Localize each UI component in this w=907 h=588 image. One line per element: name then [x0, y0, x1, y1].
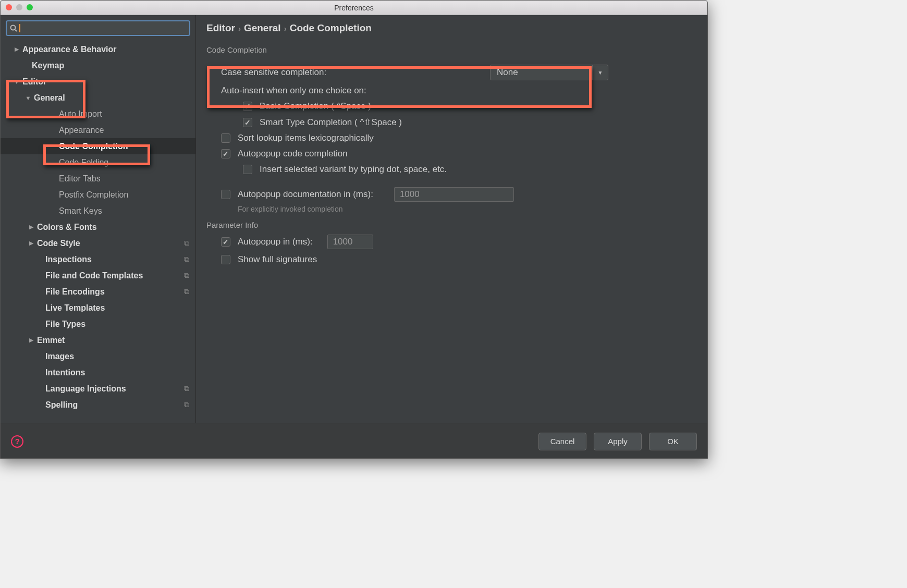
- sort-lookup-checkbox[interactable]: Sort lookup items lexicographically: [221, 133, 697, 143]
- checkbox-label: Insert selected variant by typing dot, s…: [260, 164, 447, 175]
- sidebar-item-label: Code Style: [37, 239, 80, 248]
- sidebar-item-spelling[interactable]: Spelling⧉: [1, 397, 195, 413]
- sidebar-item-label: Code Completion: [59, 142, 128, 151]
- zoom-icon[interactable]: [27, 4, 33, 10]
- tree-arrow-icon: ▼: [14, 79, 19, 85]
- case-sensitive-label: Case sensitive completion:: [221, 67, 326, 78]
- sidebar-item-label: File and Code Templates: [45, 271, 143, 280]
- insert-by-dot-checkbox[interactable]: Insert selected variant by typing dot, s…: [243, 164, 697, 175]
- auto-insert-label: Auto-insert when only one choice on:: [221, 85, 697, 96]
- sidebar-item-emmet[interactable]: ▶Emmet: [1, 332, 195, 348]
- section-heading: Code Completion: [206, 45, 697, 54]
- chevron-down-icon: ▼: [592, 65, 608, 80]
- checkbox-icon: [221, 190, 230, 199]
- apply-button[interactable]: Apply: [594, 433, 642, 450]
- sidebar-item-general[interactable]: ▼General: [1, 90, 195, 106]
- checkbox-label: Autopopup code completion: [238, 149, 348, 159]
- sidebar-item-smart-keys[interactable]: Smart Keys: [1, 203, 195, 219]
- sidebar-item-editor-tabs[interactable]: Editor Tabs: [1, 170, 195, 187]
- ok-button[interactable]: OK: [649, 433, 697, 450]
- sidebar-item-label: Inspections: [45, 255, 92, 264]
- sidebar-item-label: Code Folding: [59, 158, 108, 167]
- sidebar-item-label: Images: [45, 352, 74, 361]
- case-sensitive-row: Case sensitive completion: None ▼: [221, 65, 697, 80]
- tree-arrow-icon: ▶: [29, 240, 34, 247]
- sidebar-item-colors-fonts[interactable]: ▶Colors & Fonts: [1, 219, 195, 235]
- titlebar: Preferences: [1, 1, 707, 15]
- breadcrumb-part[interactable]: Editor: [206, 22, 235, 34]
- sidebar-item-images[interactable]: Images: [1, 348, 195, 364]
- sidebar-item-code-completion[interactable]: Code Completion: [1, 138, 195, 154]
- sidebar-item-file-encodings[interactable]: File Encodings⧉: [1, 284, 195, 300]
- scope-icon: ⧉: [184, 271, 189, 280]
- sidebar-item-editor[interactable]: ▼Editor: [1, 74, 195, 90]
- close-icon[interactable]: [6, 4, 12, 10]
- breadcrumb-part[interactable]: General: [244, 22, 281, 34]
- sidebar-item-inspections[interactable]: Inspections⧉: [1, 251, 195, 267]
- sidebar-item-label: Editor: [22, 77, 46, 87]
- sidebar-item-keymap[interactable]: Keymap: [1, 57, 195, 74]
- sidebar-item-file-and-code-templates[interactable]: File and Code Templates⧉: [1, 267, 195, 284]
- tree-arrow-icon: ▶: [14, 46, 19, 53]
- window-title: Preferences: [1, 4, 707, 12]
- checkbox-label: Show full signatures: [238, 254, 317, 265]
- tree-arrow-icon: ▶: [29, 224, 34, 230]
- help-icon[interactable]: ?: [11, 435, 23, 448]
- checkbox-icon: [243, 102, 252, 111]
- checkbox-label: Autopopup in (ms):: [238, 237, 313, 247]
- sidebar-item-label: Colors & Fonts: [37, 223, 97, 232]
- sidebar-item-intentions[interactable]: Intentions: [1, 364, 195, 381]
- search-field[interactable]: [6, 20, 190, 36]
- chevron-right-icon: ›: [238, 24, 241, 33]
- search-input[interactable]: [20, 24, 186, 33]
- sidebar-item-label: Appearance & Behavior: [22, 45, 117, 54]
- sidebar-item-label: Smart Keys: [59, 206, 102, 216]
- sidebar-item-appearance-behavior[interactable]: ▶Appearance & Behavior: [1, 41, 195, 57]
- sidebar-item-label: Postfix Completion: [59, 190, 128, 200]
- sidebar-item-label: Editor Tabs: [59, 174, 101, 183]
- sidebar-item-code-style[interactable]: ▶Code Style⧉: [1, 235, 195, 251]
- sidebar-item-postfix-completion[interactable]: Postfix Completion: [1, 187, 195, 203]
- preferences-window: Preferences ▶Appearance & BehaviorKeymap…: [0, 0, 708, 459]
- checkbox-icon: [221, 133, 230, 143]
- autopopup-completion-checkbox[interactable]: Autopopup code completion: [221, 149, 697, 159]
- scope-icon: ⧉: [184, 384, 189, 393]
- sidebar-item-appearance[interactable]: Appearance: [1, 122, 195, 138]
- param-delay-input[interactable]: 1000: [327, 235, 373, 249]
- sidebar-item-label: General: [34, 93, 65, 103]
- sidebar-item-label: Intentions: [45, 368, 85, 377]
- scope-icon: ⧉: [184, 255, 189, 264]
- checkbox-icon: [221, 149, 230, 158]
- breadcrumb: Editor › General › Code Completion: [206, 22, 697, 34]
- sidebar-item-file-types[interactable]: File Types: [1, 316, 195, 332]
- sidebar-item-label: File Encodings: [45, 287, 105, 297]
- dialog-footer: ? Cancel Apply OK: [1, 423, 707, 459]
- sidebar-item-label: Auto Import: [59, 109, 102, 119]
- minimize-icon[interactable]: [16, 4, 22, 10]
- doc-delay-input[interactable]: 1000: [394, 187, 514, 202]
- show-full-signatures-checkbox[interactable]: Show full signatures: [221, 254, 697, 265]
- sidebar-item-code-folding[interactable]: Code Folding: [1, 154, 195, 170]
- dropdown-value: None: [491, 67, 592, 78]
- checkbox-icon: [243, 118, 252, 127]
- checkbox-icon: [243, 165, 252, 174]
- scope-icon: ⧉: [184, 287, 189, 296]
- svg-line-1: [15, 30, 17, 31]
- param-autopopup-checkbox[interactable]: Autopopup in (ms): 1000: [221, 235, 697, 249]
- autopopup-doc-checkbox[interactable]: Autopopup documentation in (ms): 1000: [221, 187, 697, 202]
- sidebar-item-live-templates[interactable]: Live Templates: [1, 300, 195, 316]
- sidebar-item-label: Appearance: [59, 126, 104, 135]
- cancel-button[interactable]: Cancel: [538, 433, 586, 450]
- scope-icon: ⧉: [184, 239, 189, 248]
- chevron-right-icon: ›: [284, 24, 287, 33]
- sidebar-item-label: Language Injections: [45, 384, 126, 394]
- sidebar-item-auto-import[interactable]: Auto Import: [1, 106, 195, 122]
- case-sensitive-dropdown[interactable]: None ▼: [490, 65, 608, 80]
- basic-completion-checkbox[interactable]: Basic Completion ( ^Space ): [243, 101, 697, 112]
- sidebar-item-language-injections[interactable]: Language Injections⧉: [1, 381, 195, 397]
- sidebar-item-label: Keymap: [32, 61, 64, 70]
- smart-completion-checkbox[interactable]: Smart Type Completion ( ^⇧Space ): [243, 117, 697, 128]
- settings-tree: ▶Appearance & BehaviorKeymap▼Editor▼Gene…: [1, 41, 195, 423]
- checkbox-label: Smart Type Completion ( ^⇧Space ): [260, 117, 402, 128]
- tree-arrow-icon: ▼: [26, 95, 31, 101]
